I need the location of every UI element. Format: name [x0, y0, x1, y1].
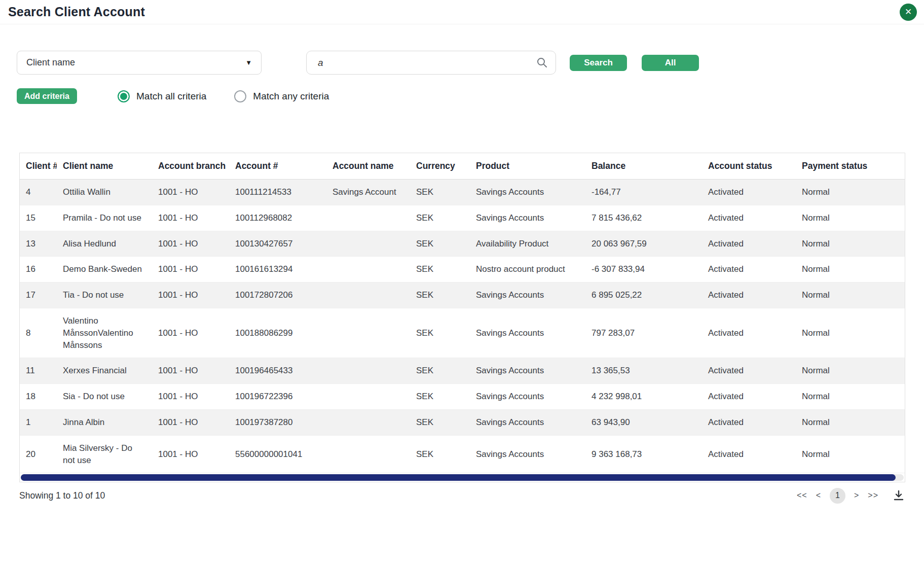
column-header: Balance: [585, 153, 702, 180]
table-row[interactable]: 11Xerxes Financial1001 - HO100196465433S…: [20, 358, 905, 384]
table-cell: Mia Silversky - Do not use: [57, 435, 152, 473]
close-button[interactable]: ✕: [900, 4, 917, 21]
table-cell: Activated: [702, 308, 796, 358]
table-cell: 55600000001041: [229, 435, 326, 473]
table-cell: SEK: [410, 435, 470, 473]
table-cell: Savings Accounts: [470, 435, 585, 473]
horizontal-scrollbar-thumb[interactable]: [21, 474, 896, 481]
table-cell: Jinna Albin: [57, 409, 152, 435]
table-cell: -164,77: [585, 180, 702, 205]
table-cell: Activated: [702, 257, 796, 282]
table-cell: Activated: [702, 358, 796, 384]
table-row[interactable]: 16Demo Bank-Sweden1001 - HO100161613294S…: [20, 257, 905, 282]
table-cell: Activated: [702, 282, 796, 308]
table-cell: SEK: [410, 257, 470, 282]
table-cell: [326, 308, 410, 358]
column-header: Account status: [702, 153, 796, 180]
add-criteria-button[interactable]: Add criteria: [17, 88, 77, 104]
table-cell: 797 283,07: [585, 308, 702, 358]
horizontal-scrollbar-track[interactable]: [21, 474, 904, 481]
last-page-button[interactable]: >>: [868, 491, 878, 500]
table-cell: Activated: [702, 205, 796, 231]
table-cell: Valentino MånssonValentino Månssons: [57, 308, 152, 358]
close-icon: ✕: [905, 4, 912, 21]
current-page-badge[interactable]: 1: [830, 488, 845, 504]
table-cell: Savings Accounts: [470, 308, 585, 358]
table-cell: Availability Product: [470, 231, 585, 257]
table-cell: 13: [20, 231, 57, 257]
table-row[interactable]: 8Valentino MånssonValentino Månssons1001…: [20, 308, 905, 358]
table-cell: 1001 - HO: [152, 409, 229, 435]
search-icon: [536, 56, 548, 68]
table-row[interactable]: 18Sia - Do not use1001 - HO100196722396S…: [20, 384, 905, 410]
search-input-wrap: [306, 51, 556, 75]
table-cell: Normal: [796, 282, 905, 308]
table-cell: 100112968082: [229, 205, 326, 231]
table-cell: 11: [20, 358, 57, 384]
table-cell: SEK: [410, 180, 470, 205]
table-cell: Pramila - Do not use: [57, 205, 152, 231]
table-cell: Nostro account product: [470, 257, 585, 282]
page-title: Search Client Account: [8, 5, 145, 19]
download-button[interactable]: [892, 489, 905, 502]
all-button[interactable]: All: [642, 55, 699, 71]
table-cell: Normal: [796, 205, 905, 231]
table-cell: Normal: [796, 358, 905, 384]
table-row[interactable]: 17Tia - Do not use1001 - HO100172807206S…: [20, 282, 905, 308]
table-cell: [326, 384, 410, 410]
table-cell: 100188086299: [229, 308, 326, 358]
table-cell: 4: [20, 180, 57, 205]
table-cell: 13 365,53: [585, 358, 702, 384]
table-cell: 100130427657: [229, 231, 326, 257]
table-cell: 1001 - HO: [152, 282, 229, 308]
column-header: Payment status: [796, 153, 905, 180]
results-table-container: Client #Client nameAccount branchAccount…: [19, 153, 905, 482]
table-row[interactable]: 20Mia Silversky - Do not use1001 - HO556…: [20, 435, 905, 473]
table-cell: 18: [20, 384, 57, 410]
table-cell: 8: [20, 308, 57, 358]
table-cell: Normal: [796, 231, 905, 257]
table-cell: Alisa Hedlund: [57, 231, 152, 257]
table-cell: SEK: [410, 205, 470, 231]
table-cell: 16: [20, 257, 57, 282]
search-field-dropdown[interactable]: Client name ▼: [17, 51, 262, 75]
table-cell: Activated: [702, 231, 796, 257]
column-header: Client name: [57, 153, 152, 180]
table-cell: 100197387280: [229, 409, 326, 435]
table-cell: Activated: [702, 384, 796, 410]
table-cell: Tia - Do not use: [57, 282, 152, 308]
table-cell: -6 307 833,94: [585, 257, 702, 282]
results-table: Client #Client nameAccount branchAccount…: [20, 153, 905, 473]
table-cell: 1001 - HO: [152, 231, 229, 257]
table-cell: Normal: [796, 409, 905, 435]
table-footer: Showing 1 to 10 of 10 << < 1 > >>: [19, 482, 905, 509]
table-cell: Normal: [796, 384, 905, 410]
table-cell: SEK: [410, 308, 470, 358]
table-cell: Ottilia Wallin: [57, 180, 152, 205]
table-cell: 1001 - HO: [152, 358, 229, 384]
match-any-radio[interactable]: Match any criteria: [234, 90, 329, 102]
radio-selected-icon: [118, 90, 130, 102]
search-button[interactable]: Search: [570, 55, 627, 71]
next-page-button[interactable]: >: [854, 491, 859, 500]
table-row[interactable]: 13Alisa Hedlund1001 - HO100130427657SEKA…: [20, 231, 905, 257]
column-header: Product: [470, 153, 585, 180]
table-row[interactable]: 1Jinna Albin1001 - HO100197387280SEKSavi…: [20, 409, 905, 435]
table-cell: 1001 - HO: [152, 384, 229, 410]
match-all-radio[interactable]: Match all criteria: [118, 90, 206, 102]
prev-page-button[interactable]: <: [816, 491, 821, 500]
table-row[interactable]: 4Ottilia Wallin1001 - HO100111214533Savi…: [20, 180, 905, 205]
first-page-button[interactable]: <<: [797, 491, 807, 500]
criteria-controls: Add criteria Match all criteria Match an…: [17, 88, 924, 104]
table-cell: Normal: [796, 180, 905, 205]
table-cell: 4 232 998,01: [585, 384, 702, 410]
table-cell: Savings Account: [326, 180, 410, 205]
table-cell: 17: [20, 282, 57, 308]
download-icon: [893, 489, 905, 502]
table-cell: SEK: [410, 384, 470, 410]
search-input[interactable]: [306, 51, 556, 75]
table-cell: [326, 409, 410, 435]
table-cell: SEK: [410, 409, 470, 435]
table-cell: 63 943,90: [585, 409, 702, 435]
table-row[interactable]: 15Pramila - Do not use1001 - HO100112968…: [20, 205, 905, 231]
